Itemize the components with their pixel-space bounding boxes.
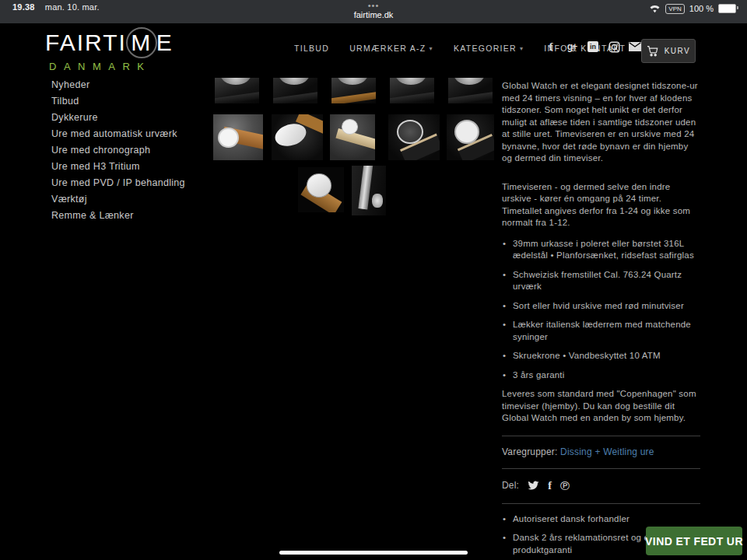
feature-item: 3 års garanti (513, 369, 700, 382)
product-thumbnail-12[interactable] (352, 166, 386, 215)
page-dots-icon[interactable]: ••• (0, 1, 747, 10)
product-thumbnail-10[interactable] (447, 114, 494, 160)
product-thumbnail-3[interactable] (331, 78, 376, 103)
nav-tilbud[interactable]: TILBUD (294, 44, 329, 53)
logo-wordmark: FAIRTIME (45, 27, 174, 58)
sidebar-item-chronograph[interactable]: Ure med chronograph (51, 145, 207, 156)
product-thumbnail-5[interactable] (448, 78, 493, 103)
category-sidebar: Nyheder Tilbud Dykkerure Ure med automat… (51, 80, 207, 227)
product-paragraph-2: Timeviseren - og dermed selve den indre … (502, 181, 700, 229)
varegrupper-label: Varegrupper: (502, 446, 558, 457)
share-label: Del: (502, 480, 519, 492)
logo-text-1: FAIRTI (45, 30, 127, 56)
divider (502, 503, 700, 504)
sidebar-item-pvd-ip[interactable]: Ure med PVD / IP behandling (51, 178, 207, 188)
fairtime-logo[interactable]: FAIRTIME DANMARK (45, 27, 174, 72)
feature-item: Lækker italiensk læderrem med matchende … (513, 319, 700, 343)
logo-text-2: E (156, 30, 174, 56)
wifi-icon (648, 2, 661, 15)
nav-kategorier[interactable]: KATEGORIER (454, 44, 524, 53)
product-description: Global Watch er et elegant designet tids… (502, 80, 700, 560)
product-thumbnail-6[interactable] (213, 114, 263, 160)
feature-item: Sort eller hvid urskive med rød minutvis… (513, 300, 700, 313)
product-thumbnail-4[interactable] (390, 78, 434, 103)
product-paragraph-1: Global Watch er et elegant designet tids… (502, 80, 700, 165)
google-plus-icon[interactable] (566, 40, 578, 53)
url-label[interactable]: fairtime.dk (0, 10, 747, 19)
product-thumbnail-11[interactable] (298, 167, 344, 212)
share-row: Del: (502, 478, 700, 494)
facebook-share-icon[interactable] (548, 480, 552, 492)
vind-et-fedt-ur-button[interactable]: VIND ET FEDT UR (646, 527, 742, 555)
twitter-share-icon[interactable] (528, 481, 539, 491)
pinterest-share-icon[interactable] (560, 481, 570, 492)
sidebar-item-nyheder[interactable]: Nyheder (51, 80, 207, 90)
instagram-icon[interactable] (608, 40, 620, 53)
product-thumbnail-7[interactable] (272, 114, 323, 160)
sidebar-item-tilbud[interactable]: Tilbud (51, 96, 207, 107)
vpn-badge: VPN (665, 4, 684, 14)
feature-item: Schweizisk fremstillet Cal. 763.24 Quart… (513, 269, 700, 293)
nav-urmaerker-a-z[interactable]: URMÆRKER A-Z (349, 44, 433, 53)
feature-item: 39mm urkasse i poleret eller børstet 316… (513, 238, 700, 262)
divider (502, 468, 700, 469)
sidebar-item-dykkerure[interactable]: Dykkerure (51, 113, 207, 123)
product-thumbnail-8[interactable] (330, 114, 375, 160)
sidebar-item-remme-laenker[interactable]: Remme & Lænker (51, 211, 207, 221)
home-indicator[interactable] (279, 551, 468, 555)
logo-danmark: DANMARK (45, 61, 174, 72)
product-paragraph-3: Leveres som standard med "Copenhagen" so… (502, 388, 700, 425)
sidebar-item-automatisk[interactable]: Ure med automatisk urværk (51, 129, 207, 139)
product-feature-list: 39mm urkasse i poleret eller børstet 316… (502, 238, 700, 382)
product-thumbnail-9[interactable] (388, 114, 440, 160)
cart-label: KURV (665, 47, 691, 55)
cart-icon (647, 46, 659, 57)
logo-m-letter: M (131, 30, 152, 56)
varegrupper-row: Varegrupper: Dissing + Weitling ure (502, 446, 700, 460)
logo-m-circle: M (126, 27, 157, 58)
sidebar-item-vaerktoj[interactable]: Værktøj (51, 194, 207, 205)
facebook-icon[interactable] (545, 40, 557, 53)
divider (502, 436, 700, 436)
promo-label: VIND ET FEDT UR (645, 535, 743, 548)
linkedin-icon[interactable] (587, 40, 599, 53)
site-header: FAIRTIME DANMARK TILBUD URMÆRKER A-Z KAT… (0, 23, 747, 78)
battery-percent-label: 100 % (689, 4, 714, 13)
sidebar-item-h3-tritium[interactable]: Ure med H3 Tritium (51, 162, 207, 172)
feature-item: Skruekrone • Vandbeskyttet 10 ATM (513, 350, 700, 362)
product-thumbnail-1[interactable] (215, 78, 259, 103)
email-icon[interactable] (629, 40, 641, 53)
varegrupper-link[interactable]: Dissing + Weitling ure (560, 446, 654, 457)
cart-button[interactable]: KURV (641, 39, 696, 63)
product-thumbnail-2[interactable] (273, 78, 317, 103)
benefit-item: Autoriseret dansk forhandler (513, 513, 700, 526)
status-bar: 19.38 man. 10. mar. ••• fairtime.dk VPN … (0, 0, 747, 23)
battery-icon (718, 4, 736, 13)
